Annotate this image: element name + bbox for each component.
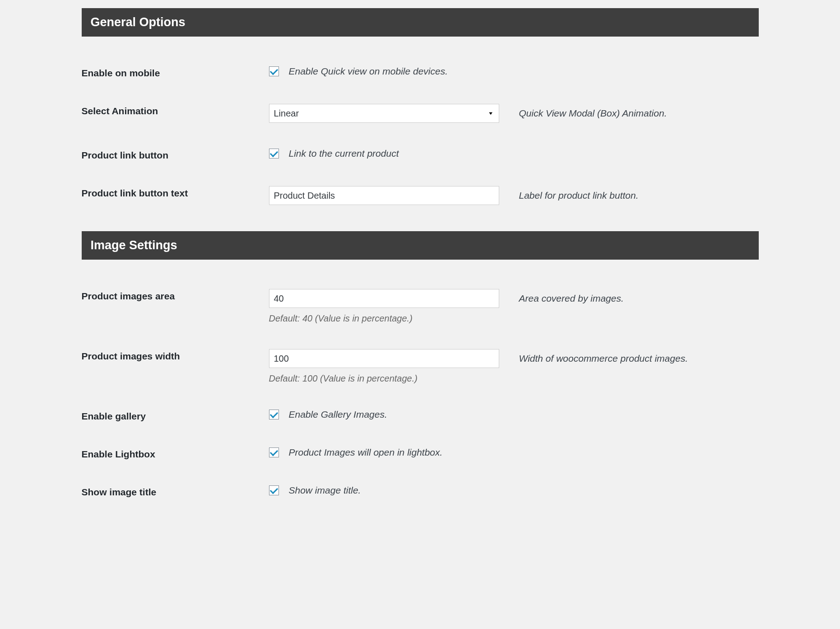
desc-enable-lightbox: Product Images will open in lightbox. [289,447,443,458]
section-header-image: Image Settings [82,231,759,260]
label-enable-lightbox: Enable Lightbox [82,447,269,460]
label-show-image-title: Show image title [82,485,269,498]
label-enable-mobile: Enable on mobile [82,66,269,79]
desc-select-animation: Quick View Modal (Box) Animation. [519,108,667,119]
checkbox-enable-gallery[interactable] [269,410,279,419]
label-product-link-button-text: Product link button text [82,186,269,199]
select-animation[interactable]: Linear [269,104,499,123]
row-product-link-button: Product link button Link to the current … [82,135,759,173]
checkbox-show-image-title[interactable] [269,485,279,495]
label-product-link-button: Product link button [82,148,269,161]
input-product-link-button-text[interactable] [269,186,499,205]
control-enable-lightbox: Product Images will open in lightbox. [269,447,759,458]
row-enable-gallery: Enable gallery Enable Gallery Images. [82,396,759,434]
control-enable-gallery: Enable Gallery Images. [269,409,759,420]
row-enable-lightbox: Enable Lightbox Product Images will open… [82,434,759,472]
control-product-images-area: Area covered by images. Default: 40 (Val… [269,289,759,324]
section-header-general: General Options [82,8,759,37]
desc-product-link-button: Link to the current product [289,148,399,159]
section-title-image: Image Settings [91,238,177,252]
desc-product-images-area: Area covered by images. [519,293,624,304]
input-product-images-width[interactable] [269,349,499,368]
row-product-images-area: Product images area Area covered by imag… [82,271,759,336]
desc-show-image-title: Show image title. [289,485,361,496]
row-show-image-title: Show image title Show image title. [82,472,759,510]
section-body-image: Product images area Area covered by imag… [82,260,759,524]
label-select-animation: Select Animation [82,104,269,116]
desc-product-link-button-text: Label for product link button. [519,190,639,201]
control-show-image-title: Show image title. [269,485,759,496]
section-title-general: General Options [91,15,186,29]
label-enable-gallery: Enable gallery [82,409,269,422]
label-product-images-area: Product images area [82,289,269,302]
control-product-images-width: Width of woocommerce product images. Def… [269,349,759,384]
row-product-images-width: Product images width Width of woocommerc… [82,336,759,396]
checkbox-enable-mobile[interactable] [269,66,279,76]
row-enable-mobile: Enable on mobile Enable Quick view on mo… [82,48,759,91]
desc-enable-mobile: Enable Quick view on mobile devices. [289,66,448,77]
control-product-link-button-text: Label for product link button. [269,186,759,205]
desc-enable-gallery: Enable Gallery Images. [289,409,387,420]
label-product-images-width: Product images width [82,349,269,362]
control-enable-mobile: Enable Quick view on mobile devices. [269,66,759,77]
control-select-animation: Linear Quick View Modal (Box) Animation. [269,104,759,123]
row-select-animation: Select Animation Linear Quick View Modal… [82,91,759,135]
help-product-images-width: Default: 100 (Value is in percentage.) [269,373,759,384]
row-product-link-button-text: Product link button text Label for produ… [82,173,759,218]
input-product-images-area[interactable] [269,289,499,308]
checkbox-enable-lightbox[interactable] [269,447,279,457]
desc-product-images-width: Width of woocommerce product images. [519,353,688,364]
help-product-images-area: Default: 40 (Value is in percentage.) [269,313,759,324]
control-product-link-button: Link to the current product [269,148,759,159]
settings-container: General Options Enable on mobile Enable … [82,0,759,524]
section-body-general: Enable on mobile Enable Quick view on mo… [82,37,759,231]
checkbox-product-link-button[interactable] [269,149,279,158]
select-wrapper-animation: Linear [269,104,499,123]
